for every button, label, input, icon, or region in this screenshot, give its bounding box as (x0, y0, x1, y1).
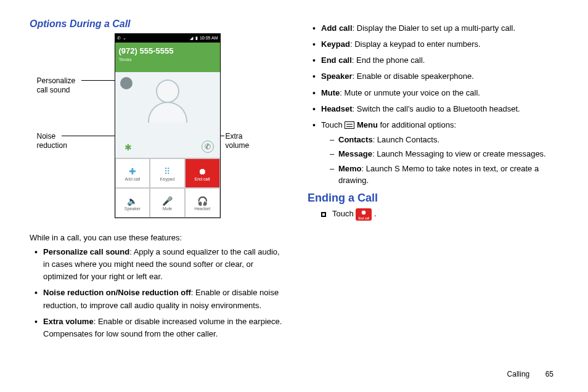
call-body: ✱ ✆ (115, 72, 220, 158)
callout-personalize-sound: Personalize call sound (37, 76, 99, 95)
keypad-button: ⠿ Keypad (150, 158, 185, 188)
submenu-list: Contacts: Launch Contacts. Message: Laun… (330, 134, 563, 187)
list-item: Message: Launch Messaging to view or cre… (330, 148, 563, 160)
ending-instruction: Touch ⏺End call . (308, 208, 563, 221)
call-button-grid: ✚ Add call ⠿ Keypad ⏺ End call 🔈 Speaker (115, 158, 220, 218)
list-item: Add call: Display the Dialer to set up a… (311, 22, 563, 35)
callout-noise-reduction: Noise reduction (37, 132, 99, 150)
add-call-button: ✚ Add call (115, 158, 150, 188)
term: Message (338, 149, 372, 158)
list-item: Personalize call sound: Apply a sound eq… (33, 246, 285, 283)
status-bar: ✆ ⌄ ◢ ▮ 10:05 AM (115, 34, 220, 43)
status-right-icons: ◢ ▮ (190, 36, 198, 40)
callout-text: Extra (226, 132, 243, 141)
speaker-icon: 🔈 (127, 195, 137, 206)
mute-button: 🎤 Mute (150, 188, 185, 218)
speaker-button: 🔈 Speaker (115, 188, 150, 218)
callout-text: Personalize (37, 76, 76, 85)
personalize-sound-icon (120, 77, 133, 89)
list-item: Headset: Switch the call's audio to a Bl… (311, 103, 563, 115)
status-left-icons: ✆ ⌄ (117, 36, 128, 41)
button-label: Keypad (160, 177, 175, 181)
touch-post: for additional options: (380, 120, 456, 129)
term: Mute (321, 88, 340, 97)
callout-text: reduction (37, 141, 67, 150)
period: . (372, 209, 376, 218)
intro-text: While in a call, you can use these featu… (30, 233, 285, 242)
term: Personalize call sound (43, 247, 129, 256)
feature-list-left: Personalize call sound: Apply a sound eq… (33, 246, 285, 340)
desc: : Launch S Memo to take notes in text, o… (338, 164, 539, 186)
term: Speaker (321, 71, 353, 81)
mute-icon: 🎤 (162, 195, 173, 206)
button-label: Speaker (125, 206, 141, 211)
term: Add call (321, 23, 353, 33)
menu-term: Menu (354, 120, 380, 129)
page-footer: Calling 65 (507, 370, 553, 378)
list-item: Noise reduction on/Noise reduction off: … (33, 287, 285, 311)
end-call-icon: ⏺End call (356, 208, 372, 221)
callout-extra-volume: Extra volume (226, 132, 281, 150)
term: Headset (321, 104, 353, 113)
desc: : Launch Contacts. (373, 135, 439, 144)
desc: : Switch the call's audio to a Bluetooth… (353, 104, 520, 113)
caller-location: Texas (119, 57, 216, 62)
term: Contacts (338, 135, 373, 144)
desc: : Mute or unmute your voice on the call. (340, 88, 480, 97)
desc: : Launch Messaging to view or create mes… (372, 149, 546, 158)
term: Extra volume (43, 317, 94, 326)
button-label: Headset (194, 206, 210, 211)
caller-number: (972) 555-5555 (119, 46, 216, 55)
headset-icon: 🎧 (197, 195, 208, 206)
page-number: 65 (545, 370, 553, 378)
callout-text: volume (226, 141, 250, 150)
end-call-button: ⏺ End call (185, 158, 220, 188)
list-item: End call: End the phone call. (311, 54, 563, 67)
list-item: Keypad: Display a keypad to enter number… (311, 38, 563, 51)
status-clock: 10:05 AM (200, 36, 218, 40)
footer-section: Calling (507, 370, 530, 378)
callout-text: call sound (37, 86, 70, 94)
section-title-options: Options During a Call (30, 18, 285, 30)
contact-avatar (145, 80, 190, 125)
desc: : Display the Dialer to set up a multi-p… (353, 23, 515, 33)
button-label: End call (195, 177, 210, 181)
list-item: Extra volume: Enable or disable increase… (33, 316, 285, 340)
section-title-ending: Ending a Call (308, 192, 563, 205)
keypad-icon: ⠿ (164, 166, 170, 177)
term: Noise reduction on/Noise reduction off (43, 288, 191, 297)
callout-text: Noise (37, 132, 56, 141)
feature-list-right: Add call: Display the Dialer to set up a… (311, 22, 563, 187)
touch-text: Touch (332, 209, 356, 218)
callout-line (81, 80, 117, 81)
term: Keypad (321, 39, 350, 49)
phone-figure: Personalize call sound Noise reduction E… (41, 33, 275, 231)
noise-reduction-icon: ✱ (123, 142, 134, 153)
desc: : Display a keypad to enter numbers. (350, 39, 481, 49)
plus-icon: ✚ (129, 166, 136, 177)
term: Memo (338, 164, 362, 173)
end-call-icon: ⏺ (198, 166, 206, 177)
button-label: Mute (163, 206, 173, 211)
phone-screenshot: ✆ ⌄ ◢ ▮ 10:05 AM (972) 555-5555 Texas (115, 33, 221, 218)
touch-text: Touch (321, 120, 345, 129)
desc: : Enable or disable speakerphone. (353, 71, 474, 81)
call-header: (972) 555-5555 Texas (115, 43, 220, 72)
term: End call (321, 55, 352, 65)
desc: : End the phone call. (352, 55, 425, 65)
callout-line (62, 136, 116, 136)
list-item: Speaker: Enable or disable speakerphone. (311, 70, 563, 83)
extra-volume-icon: ✆ (202, 141, 214, 153)
list-item: Contacts: Launch Contacts. (330, 134, 563, 146)
list-item: Mute: Mute or unmute your voice on the c… (311, 87, 563, 99)
button-label: Add call (125, 177, 140, 181)
headset-button: 🎧 Headset (185, 188, 220, 218)
list-item: Memo: Launch S Memo to take notes in tex… (330, 163, 563, 187)
square-bullet-icon (321, 212, 326, 217)
list-item: Touch Menu for additional options: Conta… (311, 119, 563, 187)
menu-icon (345, 121, 354, 129)
